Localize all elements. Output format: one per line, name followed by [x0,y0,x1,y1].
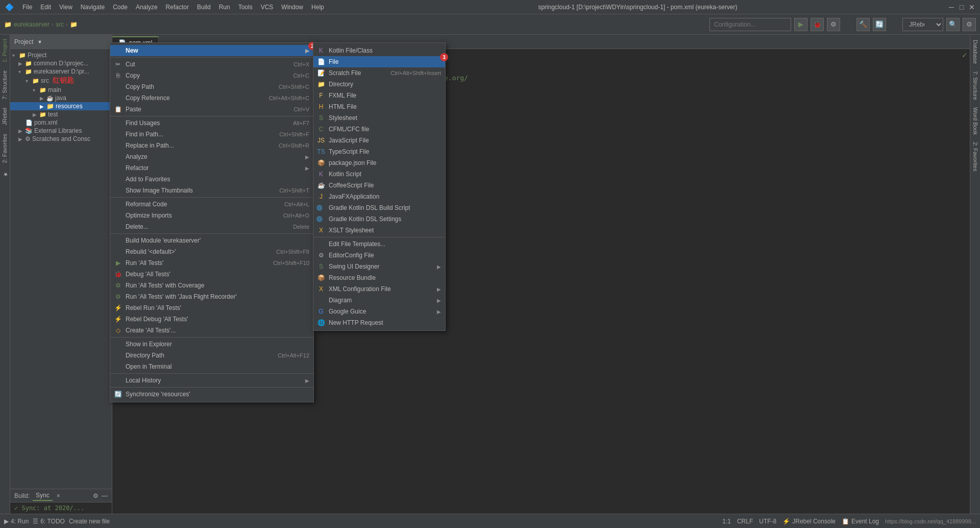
submenu-ts[interactable]: TS TypeScript File [313,146,445,157]
sidebar-tab-project[interactable]: 1: Project [0,35,10,66]
ctx-run-tests[interactable]: ▶ Run 'All Tests' Ctrl+Shift+F10 [110,257,313,269]
ctx-debug-tests[interactable]: 🐞 Debug 'All Tests' [110,269,313,280]
menu-vcs[interactable]: VCS [257,3,278,12]
breadcrumb-src[interactable]: src [56,21,64,28]
event-log-btn[interactable]: 📋 Event Log [842,518,879,525]
build-settings-icon[interactable]: ⚙ [93,492,99,499]
submenu-gradle-build[interactable]: G Gradle Kotlin DSL Build Script [313,202,445,213]
ctx-new[interactable]: New 2 ▶ [110,45,313,56]
tree-item-main[interactable]: ▾ 📁 main [10,86,112,94]
build-collapse-icon[interactable]: — [102,492,108,499]
tree-item-scratches[interactable]: ▶ ⚙ Scratches and Consc [10,135,112,143]
ctx-cut[interactable]: ✂ Cut Ctrl+X [110,59,313,70]
build-tab-sync[interactable]: Sync [33,491,53,501]
menu-tools[interactable]: Tools [234,3,257,12]
jrebel-console-btn[interactable]: ⚡ JRebel Console [782,518,836,525]
submenu-editorconfig[interactable]: ⚙ EditorConfig File [313,250,445,261]
submenu-javafx[interactable]: J JavaFXApplication [313,191,445,202]
ctx-delete[interactable]: Delete... Delete [110,221,313,232]
sidebar-tab-star[interactable]: ★ [0,167,10,182]
maximize-button[interactable]: □ [958,3,966,11]
menu-run[interactable]: Run [215,3,234,12]
project-panel-dropdown-icon[interactable]: ▾ [38,38,41,45]
tree-item-resources[interactable]: ▶ 📁 resources [10,102,112,110]
submenu-kotlin-script[interactable]: K Kotlin Script [313,169,445,180]
tree-item-pom[interactable]: 📄 pom.xml [10,118,112,127]
menu-view[interactable]: View [55,3,77,12]
build-button[interactable]: 🔨 [856,18,870,31]
submenu-swing[interactable]: S Swing UI Designer ▶ [313,261,445,272]
submenu-cfml[interactable]: C CFML/CFC file [313,124,445,135]
menu-code[interactable]: Code [109,3,132,12]
tree-item-test[interactable]: ▶ 📁 test [10,110,112,118]
submenu-directory[interactable]: 📁 Directory [313,79,445,90]
sidebar-tab-jrebel[interactable]: JRebel [0,104,10,129]
menu-file[interactable]: File [18,3,36,12]
right-tab-wordbook[interactable]: Word Book [971,104,980,138]
submenu-stylesheet[interactable]: S Stylesheet [313,112,445,124]
close-button[interactable]: ✕ [968,3,976,11]
submenu-pkg-json[interactable]: 📦 package.json File [313,157,445,169]
coverage-button[interactable]: ⚙ [827,18,840,31]
menu-edit[interactable]: Edit [36,3,55,12]
ctx-synchronize[interactable]: 🔄 Synchronize 'resources' [110,389,313,400]
sidebar-tab-structure[interactable]: 7: Structure [0,66,10,104]
submenu-diagram[interactable]: Diagram ▶ [313,295,445,306]
tree-item-eurekaserver[interactable]: ▾ 📁 eurekaserver D:\pr... [10,67,112,76]
submenu-edit-templates[interactable]: Edit File Templates... [313,238,445,250]
menu-window[interactable]: Window [277,3,307,12]
line-ending[interactable]: CRLF [737,518,753,525]
ctx-refactor[interactable]: Refactor ▶ [110,162,313,174]
submenu-coffee[interactable]: ☕ CoffeeScript File [313,180,445,191]
ctx-find-in-path[interactable]: Find in Path... Ctrl+Shift+F [110,129,313,140]
ctx-directory-path[interactable]: Directory Path Ctrl+Alt+F12 [110,350,313,361]
settings-button[interactable]: ⚙ [963,18,976,31]
menu-refactor[interactable]: Refactor [162,3,193,12]
ctx-add-favorites[interactable]: Add to Favorites [110,174,313,185]
right-tab-structure[interactable]: 7: Structure [971,68,980,103]
ctx-rebel-run[interactable]: ⚡ Rebel Run 'All Tests' [110,302,313,314]
ctx-optimize-imports[interactable]: Optimize Imports Ctrl+Alt+O [110,210,313,221]
submenu-resource-bundle[interactable]: 📦 Resource Bundle [313,272,445,283]
ctx-rebel-debug[interactable]: ⚡ Rebel Debug 'All Tests' [110,314,313,325]
ctx-find-usages[interactable]: Find Usages Alt+F7 [110,117,313,129]
ctx-show-explorer[interactable]: Show in Explorer [110,339,313,350]
ctx-copy-path[interactable]: Copy Path Ctrl+Shift+C [110,81,313,92]
ctx-show-thumbnails[interactable]: Show Image Thumbnails Ctrl+Shift+T [110,185,313,196]
submenu-kotlin-file[interactable]: K Kotlin File/Class [313,45,445,56]
menu-build[interactable]: Build [193,3,215,12]
todo-panel-btn[interactable]: ☰ 6: TODO [33,518,65,525]
submenu-file[interactable]: 📄 File 3 [313,56,445,67]
sync-button[interactable]: 🔄 [873,18,886,31]
right-tab-database[interactable]: Database [971,37,980,67]
submenu-fxml[interactable]: F FXML File [313,90,445,101]
ctx-rebuild[interactable]: Rebuild '<default>' Ctrl+Shift+F9 [110,246,313,257]
submenu-js[interactable]: JS JavaScript File [313,135,445,146]
file-charset[interactable]: UTF-8 [759,518,776,525]
right-tab-favorites[interactable]: 2: Favorites [971,139,980,174]
tree-item-external-libs[interactable]: ▶ 📚 External Libraries [10,127,112,135]
sidebar-tab-favorites[interactable]: 2: Favorites [0,130,10,167]
jrebel-dropdown[interactable]: JRebel [902,18,943,31]
menu-help[interactable]: Help [307,3,328,12]
ctx-build-module[interactable]: Build Module 'eurekaserver' [110,235,313,246]
ctx-run-coverage[interactable]: ⚙ Run 'All Tests' with Coverage [110,280,313,291]
search-button[interactable]: 🔍 [946,18,960,31]
create-file-btn[interactable]: Create new file [69,518,110,525]
ctx-paste[interactable]: 📋 Paste Ctrl+V [110,104,313,115]
ctx-open-terminal[interactable]: Open in Terminal [110,361,313,372]
submenu-xslt[interactable]: X XSLT Stylesheet [313,225,445,236]
tree-item-common[interactable]: ▶ 📁 common D:\projec... [10,59,112,67]
run-button[interactable]: ▶ [794,18,807,31]
ctx-replace-in-path[interactable]: Replace in Path... Ctrl+Shift+R [110,140,313,151]
menu-analyze[interactable]: Analyze [132,3,162,12]
tree-item-src[interactable]: ▾ 📁 src 红钥匙 [10,76,112,86]
tree-item-project[interactable]: ▾ 📁 Project [10,51,112,59]
submenu-gradle-settings[interactable]: G Gradle Kotlin DSL Settings [313,213,445,225]
run-configuration-input[interactable] [709,18,791,31]
ctx-local-history[interactable]: Local History ▶ [110,375,313,386]
submenu-google-guice[interactable]: G Google Guice ▶ [313,306,445,317]
breadcrumb-project-name[interactable]: eurekaserver [14,21,50,28]
submenu-html[interactable]: H HTML File [313,101,445,112]
ctx-copy[interactable]: ⎘ Copy Ctrl+C [110,70,313,81]
